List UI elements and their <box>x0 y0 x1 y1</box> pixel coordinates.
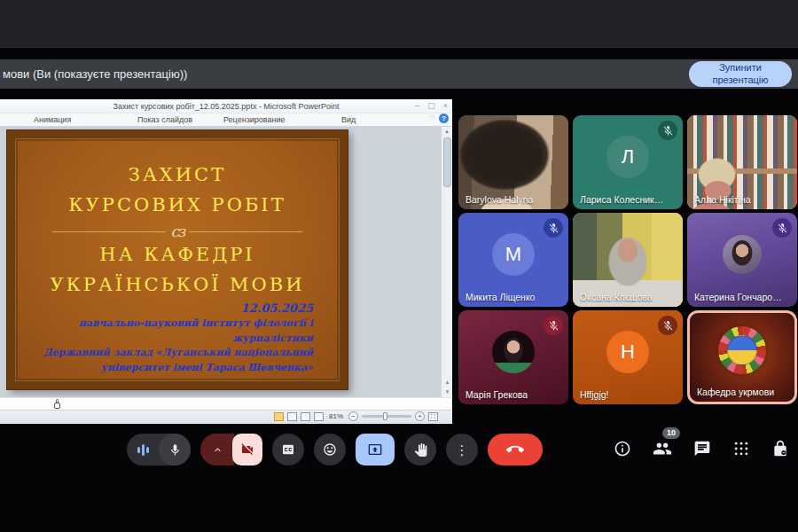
zoom-in-icon[interactable]: + <box>415 411 425 421</box>
mic-off-icon <box>544 218 563 238</box>
more-options-button[interactable]: ⋮ <box>446 434 478 466</box>
powerpoint-titlebar: Захист курсових робіт_12.05.2025.pptx - … <box>0 99 452 113</box>
host-controls-button[interactable] <box>771 440 789 458</box>
participant-tile[interactable]: Оксана Клєщова <box>573 213 683 307</box>
mic-off-icon <box>658 121 677 140</box>
scroll-up-icon[interactable]: ▲ <box>442 127 452 137</box>
participant-tile[interactable]: Barylova Halyna <box>458 115 568 209</box>
meet-window: мови (Ви (показуєте презентацію)) Зупини… <box>0 0 798 532</box>
participant-name: Оксана Клєщова <box>580 292 653 302</box>
participant-tile[interactable]: H Hffjgjg! <box>573 310 683 404</box>
avatar-photo <box>492 331 535 373</box>
powerpoint-statusbar: 81% − + ⛶ <box>0 410 452 424</box>
zoom-slider-thumb[interactable] <box>383 412 387 420</box>
department-logo <box>718 326 766 374</box>
zoom-level: 81% <box>329 412 343 420</box>
participant-name: Микита Ліщенко <box>466 292 535 302</box>
previous-slide-icon[interactable]: ▲ <box>442 378 452 387</box>
slide-divider: cз <box>15 223 340 239</box>
microphone-button[interactable] <box>127 434 191 466</box>
captions-button[interactable] <box>272 434 304 466</box>
microphone-icon[interactable] <box>159 434 191 466</box>
powerpoint-window-title: Захист курсових робіт_12.05.2025.pptx - … <box>0 99 452 113</box>
participants-count-badge: 10 <box>662 427 680 439</box>
camera-button-group <box>200 434 262 466</box>
hand-cursor-icon <box>53 399 61 409</box>
avatar-photo <box>723 235 762 274</box>
call-controls: ⋮ <box>127 434 543 466</box>
participant-name: Hffjgjg! <box>580 389 609 400</box>
slide-institute: навчально-науковий інститут філології і … <box>15 317 313 375</box>
menu-view[interactable]: Вид <box>341 113 356 127</box>
participant-tile[interactable]: Алла Нікітіна <box>687 115 797 209</box>
avatar: Л <box>606 136 649 178</box>
avatar: М <box>492 233 535 276</box>
present-screen-button[interactable] <box>356 434 395 466</box>
zoom-slider[interactable] <box>362 415 411 418</box>
slide-sorter-view-icon[interactable] <box>287 412 297 421</box>
mic-off-icon <box>544 316 563 335</box>
presentation-bar: мови (Ви (показуєте презентацію)) Зупини… <box>0 59 798 89</box>
participant-tile[interactable]: Л Лариса Колесник… <box>573 115 683 209</box>
avatar: H <box>606 331 649 373</box>
slide-subtitle: НА КАФЕДРІ УКРАЇНСЬКОЇ МОВИ <box>15 239 340 300</box>
fit-to-window-icon[interactable]: ⛶ <box>428 412 438 421</box>
window-controls: – ▢ × <box>415 100 448 112</box>
camera-off-button[interactable] <box>232 434 262 466</box>
menu-animation[interactable]: Анимация <box>34 113 71 127</box>
slide-canvas: ЗАХИСТ КУРСОВИХ РОБІТ cз НА КАФЕДРІ УКРА… <box>0 127 452 397</box>
camera-options-button[interactable] <box>200 434 234 466</box>
close-icon[interactable]: × <box>443 100 448 112</box>
fleuron-ornament: cз <box>166 224 190 239</box>
participant-name: Алла Нікітіна <box>694 194 751 205</box>
slide-title: ЗАХИСТ КУРСОВИХ РОБІТ <box>15 160 340 220</box>
meeting-info-button[interactable] <box>614 440 631 458</box>
participant-tile[interactable]: Марія Грекова <box>458 310 568 404</box>
participant-tile[interactable]: М Микита Ліщенко <box>458 213 568 307</box>
top-strip <box>0 0 798 48</box>
title-slide: ЗАХИСТ КУРСОВИХ РОБІТ cз НА КАФЕДРІ УКРА… <box>7 130 348 389</box>
participant-tile[interactable]: Катерина Гончаро… <box>687 213 797 307</box>
participant-name: Кафедра укрмови <box>697 387 774 397</box>
menu-slideshow[interactable]: Показ слайдов <box>137 113 192 127</box>
raise-hand-button[interactable] <box>404 434 436 466</box>
normal-view-icon[interactable] <box>274 412 284 421</box>
more-vertical-icon: ⋮ <box>456 443 469 457</box>
vertical-scrollbar[interactable]: ▲ ▲ ▼ <box>441 127 452 397</box>
participant-name: Лариса Колесник… <box>580 194 663 205</box>
participant-name: Barylova Halyna <box>466 194 533 205</box>
scrollbar-thumb[interactable] <box>443 137 451 187</box>
notes-strip <box>0 397 452 410</box>
mic-off-icon <box>772 218 792 238</box>
zoom-out-icon[interactable]: − <box>348 411 358 421</box>
participant-tile-active-speaker[interactable]: Кафедра укрмови <box>687 310 797 404</box>
presenting-label: мови (Ви (показуєте презентацію)) <box>3 67 187 81</box>
participant-name: Марія Грекова <box>466 389 528 400</box>
stop-presenting-button[interactable]: Зупинити презентацію <box>689 61 792 87</box>
chat-button[interactable] <box>693 440 711 458</box>
help-icon[interactable]: ? <box>439 113 449 123</box>
people-button[interactable]: 10 <box>653 439 672 458</box>
maximize-icon[interactable]: ▢ <box>427 100 435 112</box>
menu-review[interactable]: Рецензирование <box>223 113 286 127</box>
meeting-panels: 10 <box>614 439 789 458</box>
slide-date: 12.05.2025 <box>15 301 313 315</box>
participant-grid: Barylova Halyna Л Лариса Колесник… Алла … <box>458 115 797 404</box>
end-call-button[interactable] <box>488 434 543 466</box>
powerpoint-window: Захист курсових робіт_12.05.2025.pptx - … <box>0 99 452 420</box>
mic-off-icon <box>658 316 677 335</box>
minimize-icon[interactable]: – <box>415 100 419 112</box>
powerpoint-menubar: Анимация Показ слайдов Рецензирование Ви… <box>0 113 452 127</box>
favorite-icon: ♡ <box>429 114 435 122</box>
slideshow-view-icon[interactable] <box>314 412 324 421</box>
reactions-button[interactable] <box>314 434 346 466</box>
activities-button[interactable] <box>732 440 750 458</box>
reading-view-icon[interactable] <box>301 412 310 421</box>
next-slide-icon[interactable]: ▼ <box>442 387 452 397</box>
participant-name: Катерина Гончаро… <box>694 292 782 302</box>
voice-activity-icon <box>127 444 159 456</box>
